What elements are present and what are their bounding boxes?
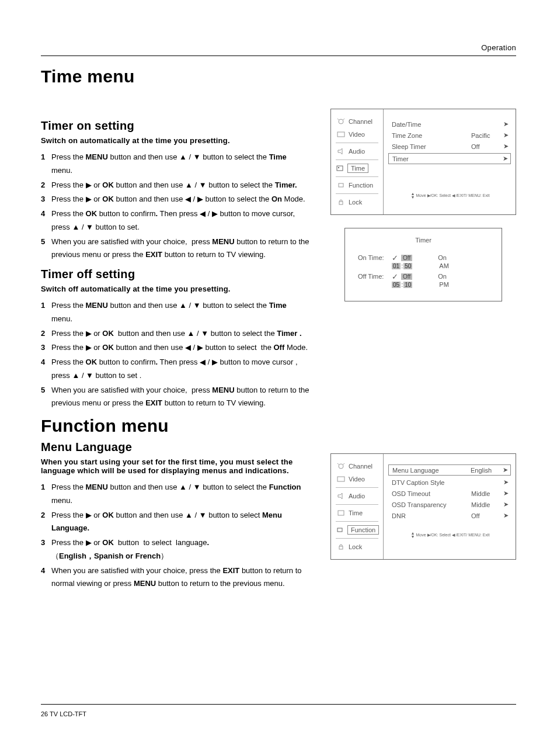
page-title-time: Time menu <box>41 67 516 86</box>
channel-icon <box>337 118 345 125</box>
osd-row: OSD TransparencyMiddle➤ <box>392 499 509 510</box>
time-icon <box>336 165 344 172</box>
osd-row-value: Off <box>471 512 500 519</box>
left-column: Timer on setting Switch on automatically… <box>41 115 309 597</box>
cat-audio: Audio <box>349 493 365 500</box>
chevron-right-icon: ➤ <box>500 155 508 162</box>
cat-video: Video <box>349 131 365 138</box>
on-min: 50 <box>403 263 412 269</box>
step: 1Press the MENU button and then use ▲ / … <box>41 151 309 178</box>
page-footer: 26 TV LCD-TFT <box>41 704 516 717</box>
cat-lock: Lock <box>349 543 362 550</box>
chevron-right-icon: ➤ <box>500 120 509 128</box>
chevron-right-icon: ➤ <box>500 478 509 486</box>
osd-row-label: Menu Language <box>392 467 471 474</box>
svg-rect-5 <box>338 167 339 168</box>
osd-row-label: DNR <box>392 512 471 519</box>
off-ampm: PM <box>439 281 449 288</box>
check-icon: ✓ <box>392 255 401 261</box>
heading-timer-off: Timer off setting <box>41 268 309 281</box>
svg-rect-4 <box>337 166 343 171</box>
osd-row-label: Timer <box>392 155 471 162</box>
osd-main-panel: Menu LanguageEnglish➤DTV Caption Style➤O… <box>384 454 516 559</box>
osd-sidebar: Channel Video Audio Time Function Lock <box>331 109 384 214</box>
off-time-label: Off Time: <box>358 273 392 280</box>
osd-row-value: Pacific <box>471 132 500 139</box>
step: 3Press the ▶ or OK button and then use ◀… <box>41 193 309 206</box>
osd-row: OSD TimeoutMiddle➤ <box>392 488 509 499</box>
step: 1Press the MENU button and then use ▲ / … <box>41 481 309 508</box>
svg-point-0 <box>339 119 343 124</box>
audio-icon <box>337 493 345 500</box>
svg-rect-12 <box>338 511 344 515</box>
svg-rect-6 <box>339 183 343 187</box>
off-hour: 05 <box>392 282 401 288</box>
function-icon <box>336 526 344 533</box>
step: 2Press the ▶ or OK button and then use ▲… <box>41 509 309 536</box>
step: 3Press the ▶ or OK button and then use ◀… <box>41 341 309 355</box>
osd-row-value: English <box>471 467 500 474</box>
cat-channel: Channel <box>349 463 373 470</box>
osd-row-label: Date/Time <box>392 121 471 128</box>
svg-point-8 <box>339 464 343 469</box>
on-off-chip: Off <box>401 255 412 261</box>
page-category: Operation <box>41 43 516 52</box>
osd-timer-subpanel: Timer On Time: ✓ Off On 01:50 AM Off Tim… <box>344 228 502 301</box>
steps-timer-on: 1Press the MENU button and then use ▲ / … <box>41 151 309 262</box>
right-column: Channel Video Audio Time Function Lock D… <box>330 115 516 597</box>
step: 4Press the OK button to confirm. Then pr… <box>41 356 309 383</box>
cat-audio: Audio <box>349 148 365 155</box>
osd-hint: ▲▼ Move ▶/OK: Select ◀ /EXIT/ MENU: Exit <box>392 532 509 539</box>
intro-timer-on: Switch on automatically at the time you … <box>41 136 309 145</box>
osd-row: DTV Caption Style➤ <box>392 477 509 488</box>
intro-timer-off: Switch off automatically at the time you… <box>41 285 309 293</box>
cat-function-selected: Function <box>347 525 379 535</box>
cat-time: Time <box>349 509 363 516</box>
time-icon <box>337 509 345 516</box>
osd-hint: ▲▼ Move ▶/OK: Select ◀ /EXIT/ MENU: Exit <box>392 192 509 199</box>
video-icon <box>337 131 345 138</box>
osd-main-panel: Date/Time➤Time ZonePacific➤Sleep TimerOf… <box>384 109 516 214</box>
step: 5When you are satisfied with your choice… <box>41 384 309 411</box>
heading-menu-language: Menu Language <box>41 441 309 454</box>
function-icon <box>337 182 345 189</box>
off-state: On <box>438 273 447 280</box>
osd-row: Menu LanguageEnglish➤ <box>388 464 511 476</box>
chevron-right-icon: ➤ <box>500 512 509 519</box>
svg-rect-13 <box>337 528 342 532</box>
heading-timer-on: Timer on setting <box>41 119 309 133</box>
on-ampm: AM <box>439 262 449 269</box>
svg-line-2 <box>343 119 344 120</box>
chevron-right-icon: ➤ <box>500 490 509 497</box>
manual-page: Operation Time menu Timer on setting Swi… <box>0 0 557 756</box>
chevron-right-icon: ➤ <box>500 501 509 508</box>
osd-row-label: DTV Caption Style <box>392 479 471 486</box>
check-icon: ✓ <box>392 273 401 280</box>
page-title-function: Function menu <box>41 416 309 436</box>
svg-rect-3 <box>337 132 344 137</box>
video-icon <box>337 476 345 483</box>
osd-row-label: OSD Transparency <box>392 501 471 508</box>
content-columns: Timer on setting Switch on automatically… <box>41 115 516 597</box>
osd-row: Sleep TimerOff➤ <box>392 141 509 152</box>
chevron-right-icon: ➤ <box>500 143 509 150</box>
osd-function-menu: Channel Video Audio Time Function Lock M… <box>330 453 516 560</box>
osd-time-menu: Channel Video Audio Time Function Lock D… <box>330 109 516 215</box>
cat-channel: Channel <box>349 118 373 125</box>
step: 4When you are satisfied with your choice… <box>41 564 309 591</box>
chevron-right-icon: ➤ <box>500 131 509 139</box>
osd-row: Date/Time➤ <box>392 119 509 130</box>
svg-rect-14 <box>339 546 343 549</box>
on-state: On <box>438 254 447 261</box>
audio-icon <box>337 148 345 155</box>
osd-row-label: Sleep Timer <box>392 143 471 150</box>
cat-function: Function <box>349 182 373 189</box>
svg-line-9 <box>337 463 339 464</box>
lock-icon <box>337 199 345 206</box>
cat-lock: Lock <box>349 199 362 206</box>
off-off-chip: Off <box>401 273 412 280</box>
osd-row: DNROff➤ <box>392 510 509 521</box>
svg-rect-7 <box>339 202 343 204</box>
osd-row: Time ZonePacific➤ <box>392 130 509 141</box>
step: 5When you are satisfied with your choice… <box>41 235 309 262</box>
